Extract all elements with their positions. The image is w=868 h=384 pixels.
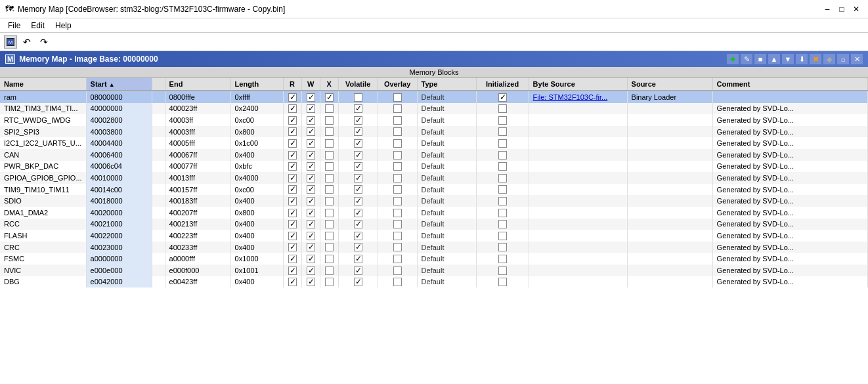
redo-button[interactable]: ↷ (37, 35, 51, 49)
checkbox[interactable] (354, 197, 362, 205)
checkbox[interactable] (325, 267, 334, 275)
checkbox[interactable] (288, 104, 297, 113)
checkbox[interactable] (393, 185, 402, 194)
table-row[interactable]: CRC40023000400233ff0x400DefaultGenerated… (0, 242, 868, 253)
checkbox[interactable] (307, 185, 315, 194)
table-row[interactable]: CAN40006400400067ff0x400DefaultGenerated… (0, 149, 868, 161)
checkbox[interactable] (498, 162, 507, 171)
checkbox[interactable] (288, 255, 297, 263)
minimize-button[interactable]: – (821, 3, 834, 15)
checkbox[interactable] (393, 243, 402, 251)
checkbox[interactable] (288, 93, 297, 102)
checkbox[interactable] (498, 174, 507, 182)
add-block-button[interactable]: + (727, 54, 739, 64)
table-row[interactable]: FSMCa0000000a0000fff0x1000DefaultGenerat… (0, 253, 868, 265)
checkbox[interactable] (393, 127, 402, 136)
home-button[interactable]: ⌂ (837, 54, 849, 64)
move-up-button[interactable]: ▲ (768, 54, 780, 64)
checkbox[interactable] (393, 197, 402, 205)
menu-edit[interactable]: Edit (26, 20, 50, 32)
maximize-button[interactable]: □ (835, 3, 848, 15)
checkbox[interactable] (325, 162, 334, 171)
checkbox[interactable] (393, 232, 402, 240)
table-row[interactable]: RCC40021000400213ff0x400DefaultGenerated… (0, 219, 868, 230)
checkbox[interactable] (498, 197, 507, 205)
checkbox[interactable] (498, 127, 507, 136)
checkbox[interactable] (325, 197, 334, 205)
checkbox[interactable] (498, 220, 507, 228)
checkbox[interactable] (498, 104, 507, 113)
checkbox[interactable] (393, 255, 402, 263)
diamond-button[interactable]: ◆ (823, 54, 835, 64)
table-row[interactable]: ram080000000800fffe0xffffDefaultFile: ST… (0, 91, 868, 103)
checkbox[interactable] (325, 232, 334, 240)
checkbox[interactable] (393, 162, 402, 171)
table-row[interactable]: SDIO40018000400183ff0x400DefaultGenerate… (0, 195, 868, 207)
checkbox[interactable] (307, 267, 315, 275)
checkbox[interactable] (288, 116, 297, 125)
checkbox[interactable] (393, 151, 402, 160)
checkbox[interactable] (307, 278, 315, 286)
checkbox[interactable] (354, 174, 362, 182)
checkbox[interactable] (288, 267, 297, 275)
checkbox[interactable] (354, 139, 362, 148)
checkbox[interactable] (325, 127, 334, 136)
checkbox[interactable] (307, 93, 315, 102)
checkbox[interactable] (288, 197, 297, 205)
checkbox[interactable] (307, 209, 315, 217)
checkbox[interactable] (498, 209, 507, 217)
table-row[interactable]: DMA1_DMA240020000400207ff0x800DefaultGen… (0, 207, 868, 219)
checkbox[interactable] (307, 104, 315, 113)
table-row[interactable]: DBGe0042000e00423ff0x400DefaultGenerated… (0, 276, 868, 288)
checkbox[interactable] (325, 93, 334, 102)
checkbox[interactable] (354, 255, 362, 263)
table-container[interactable]: Name Start ▲ End Length R W X Volatile O… (0, 78, 868, 384)
checkbox[interactable] (307, 220, 315, 228)
checkbox[interactable] (325, 174, 334, 182)
checkbox[interactable] (498, 267, 507, 275)
table-row[interactable]: PWR_BKP_DAC40006c04400077ff0xbfcDefaultG… (0, 161, 868, 173)
delete-block-button[interactable]: ■ (754, 54, 766, 64)
checkbox[interactable] (288, 162, 297, 171)
checkbox[interactable] (393, 278, 402, 286)
table-row[interactable]: I2C1_I2C2_UART5_U...4000440040005fff0x1c… (0, 137, 868, 149)
checkbox[interactable] (498, 116, 507, 125)
checkbox[interactable] (288, 220, 297, 228)
checkbox[interactable] (288, 232, 297, 240)
checkbox[interactable] (393, 104, 402, 113)
checkbox[interactable] (307, 255, 315, 263)
checkbox[interactable] (325, 209, 334, 217)
checkbox[interactable] (307, 116, 315, 125)
checkbox[interactable] (288, 174, 297, 182)
checkbox[interactable] (393, 174, 402, 182)
checkbox[interactable] (325, 220, 334, 228)
checkbox[interactable] (354, 104, 362, 113)
undo-button[interactable]: ↶ (20, 35, 34, 49)
checkbox[interactable] (393, 220, 402, 228)
checkbox[interactable] (288, 139, 297, 148)
checkbox[interactable] (393, 93, 402, 102)
move-down-button[interactable]: ▼ (782, 54, 794, 64)
checkbox[interactable] (498, 93, 507, 102)
checkbox[interactable] (393, 209, 402, 217)
checkbox[interactable] (325, 185, 334, 194)
table-row[interactable]: GPIOA_GPIOB_GPIO...4001000040013fff0x400… (0, 172, 868, 184)
table-row[interactable]: TIM9_TIM10_TIM1140014c00400157ff0xc00Def… (0, 184, 868, 196)
checkbox[interactable] (354, 209, 362, 217)
checkbox[interactable] (354, 116, 362, 125)
checkbox[interactable] (307, 243, 315, 251)
export-button[interactable]: ⬇ (796, 54, 808, 64)
checkbox[interactable] (498, 243, 507, 251)
checkbox[interactable] (307, 139, 315, 148)
checkbox[interactable] (354, 232, 362, 240)
checkbox[interactable] (307, 127, 315, 136)
checkbox[interactable] (354, 220, 362, 228)
table-row[interactable]: FLASH40022000400223ff0x400DefaultGenerat… (0, 230, 868, 242)
checkbox[interactable] (325, 104, 334, 113)
checkbox[interactable] (354, 278, 362, 286)
menu-file[interactable]: File (3, 20, 26, 32)
checkbox[interactable] (325, 243, 334, 251)
checkbox[interactable] (354, 162, 362, 171)
close-button[interactable]: ✕ (850, 3, 863, 15)
checkbox[interactable] (288, 127, 297, 136)
